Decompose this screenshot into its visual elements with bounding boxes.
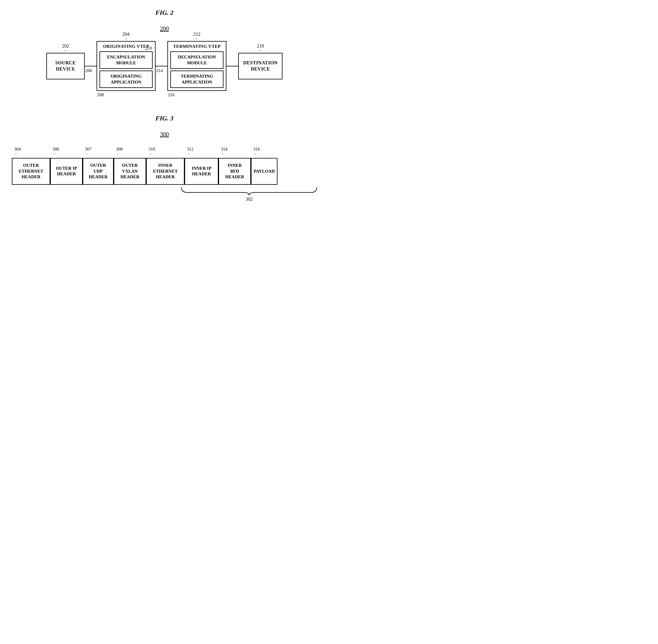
packet-cell-316: PAYLOAD — [251, 158, 277, 185]
packet-table: OUTER ETHERNET HEADEROUTER IP HEADEROUTE… — [12, 158, 317, 185]
brace-section: 302 — [12, 186, 317, 202]
packet-cell-312: INNER IP HEADER — [184, 158, 219, 185]
brace-svg — [181, 186, 317, 196]
fig3-diagram: 304⌐306⌐307⌐308⌐310⌐312⌐314⌐316⌐ OUTER E… — [12, 147, 317, 202]
packet-cell-306: OUTER IP HEADER — [50, 158, 83, 185]
terminating-vtep-box: TERMINATING VTEP DECAPSULATION MODULE TE… — [167, 41, 226, 91]
source-device-wrapper: 202 ⌐ SOURCE DEVICE — [46, 53, 85, 79]
packet-cell-314: INNER BFD HEADER — [219, 158, 251, 185]
terminating-vtep-wrapper: 212 ⌐ TERMINATING VTEP DECAPSULATION MOD… — [167, 41, 226, 91]
packet-cell-308: OUTER VXLAN HEADER — [114, 158, 146, 185]
cell-ref-308: 308⌐ — [115, 147, 147, 156]
cell-ref-310: 310⌐ — [147, 147, 186, 156]
fig3-title: FIG. 3 — [12, 115, 317, 122]
brace-ref-label: 302 — [246, 197, 253, 202]
fig2-diagram-label: 200 — [12, 25, 317, 32]
cell-ref-314: 314⌐ — [220, 147, 252, 156]
cell-ref-316: 316⌐ — [252, 147, 279, 156]
encapsulation-module-box: ENCAPSULATION MODULE — [99, 51, 153, 69]
fig2-title: FIG. 2 — [12, 9, 317, 17]
terminating-application-box: TERMINATING APPLICATION — [170, 71, 224, 88]
cell-ref-307: 307⌐ — [84, 147, 115, 156]
packet-cell-310: INNER ETHERNET HEADER — [146, 158, 184, 185]
decapsulation-module-box: DECAPSULATION MODULE — [170, 51, 224, 69]
brace-wrapper: 302 — [181, 186, 317, 202]
originating-application-box: ORIGINATING APPLICATION — [99, 71, 153, 88]
orig-vtep-label: ORIGINATING VTEP — [99, 44, 153, 49]
arrow-src-to-orig: 206 — [85, 66, 96, 66]
dest-device-box: DESTINATION DEVICE — [238, 53, 282, 79]
bracket-ref-206: 206 — [85, 68, 92, 73]
bracket-ref-214: 214 — [156, 68, 163, 73]
dest-device-wrapper: 218 ⌐ DESTINATION DEVICE — [238, 53, 282, 79]
fig2-diagram: 202 ⌐ SOURCE DEVICE 206 204 ⌐ ORIGINATIN… — [12, 41, 317, 91]
arrow-term-to-dest — [226, 66, 238, 66]
term-app-ref: 216 — [168, 92, 175, 97]
fig3-section: FIG. 3 300 304⌐306⌐307⌐308⌐310⌐312⌐314⌐3… — [12, 115, 317, 202]
packet-cell-304: OUTER ETHERNET HEADER — [12, 158, 50, 185]
term-vtep-label: TERMINATING VTEP — [170, 44, 224, 49]
orig-app-ref: 208 — [97, 92, 104, 97]
originating-vtep-box: ORIGINATING VTEP 210 ⌐ ENCAPSULATION MOD… — [96, 41, 156, 91]
cell-ref-312: 312⌐ — [186, 147, 220, 156]
arrow-orig-to-term: 214 — [156, 66, 167, 66]
cell-ref-306: 306⌐ — [51, 147, 84, 156]
fig2-section: FIG. 2 200 202 ⌐ SOURCE DEVICE 206 204 ⌐… — [12, 9, 317, 91]
packet-cell-307: OUTER UDP HEADER — [83, 158, 114, 185]
cell-ref-304: 304⌐ — [13, 147, 51, 156]
source-device-box: SOURCE DEVICE — [46, 53, 85, 79]
originating-vtep-wrapper: 204 ⌐ ORIGINATING VTEP 210 ⌐ ENCAPSULATI… — [96, 41, 156, 91]
refs-row: 304⌐306⌐307⌐308⌐310⌐312⌐314⌐316⌐ — [12, 147, 317, 156]
fig3-diagram-label: 300 — [12, 131, 317, 138]
